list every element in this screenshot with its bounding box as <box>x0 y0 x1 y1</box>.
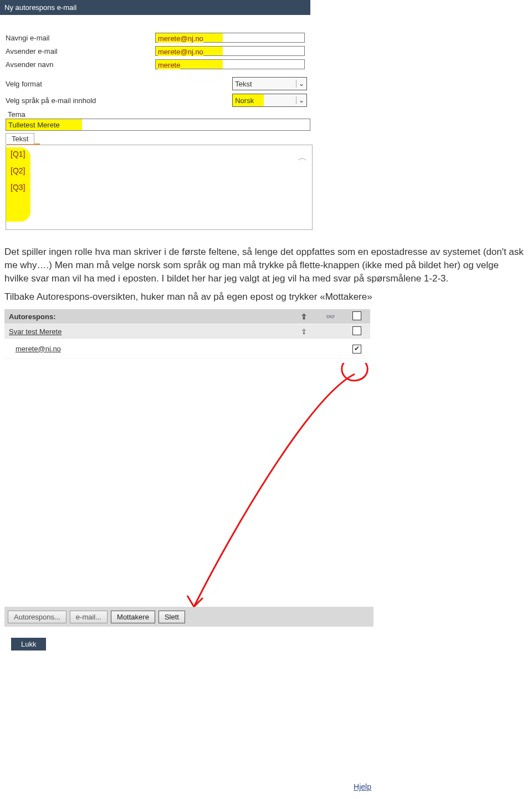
row-email-link[interactable]: merete@nj.no <box>16 345 61 353</box>
format-label: Velg format <box>6 80 149 88</box>
q2-token: [Q2] <box>9 166 26 175</box>
format-select[interactable]: Tekst ⌄ <box>232 77 307 90</box>
paragraph-1: Det spiller ingen rolle hva man skriver … <box>0 235 530 290</box>
hjelp-link[interactable]: Hjelp <box>354 782 371 791</box>
row-checkbox-1[interactable] <box>344 326 370 337</box>
tema-label: Tema <box>6 110 307 119</box>
sprak-value: Norsk <box>235 96 254 105</box>
chevron-down-icon: ⌄ <box>296 80 304 88</box>
avsender-navn-label: Avsender navn <box>6 60 155 69</box>
scroll-up-icon[interactable]: ︿ <box>298 151 308 164</box>
navngi-email-label: Navngi e-mail <box>6 34 155 42</box>
list-row: Svar test Merete ⇪ <box>4 324 370 339</box>
list-header-title: Autorespons: <box>4 313 290 321</box>
tema-input[interactable]: Tulletest Merete <box>6 119 310 131</box>
tab-tekst[interactable]: Tekst <box>6 133 34 144</box>
navngi-email-value: merete@nj.no <box>158 34 203 43</box>
autorespons-list: Autorespons: ⇪ 👓 Svar test Merete ⇪ mere… <box>0 309 375 358</box>
col-icon-2: 👓 <box>317 313 344 321</box>
avsender-navn-value: merete <box>158 61 180 69</box>
row-checkbox-2[interactable]: ✔ <box>344 344 370 354</box>
col-icon-1: ⇪ <box>290 313 317 321</box>
format-value: Tekst <box>235 80 252 88</box>
list-row: merete@nj.no ✔ <box>4 339 370 358</box>
chevron-down-icon: ⌄ <box>296 96 304 104</box>
navngi-email-input[interactable]: merete@nj.no <box>155 33 305 43</box>
row-icon-1: ⇪ <box>290 327 317 336</box>
row-svar-link[interactable]: Svar test Merete <box>9 327 62 336</box>
avsender-email-label: Avsender e-mail <box>6 47 155 55</box>
sprak-select[interactable]: Norsk ⌄ <box>232 94 307 107</box>
avsender-email-input[interactable]: merete@nj.no <box>155 46 305 56</box>
sprak-label: Velg språk på e-mail innhold <box>6 96 149 105</box>
button-bar: Autorespons... e-mail... Mottakere Slett <box>4 607 374 627</box>
q3-token: [Q3] <box>9 183 26 192</box>
autorespons-button[interactable]: Autorespons... <box>8 611 66 623</box>
mottakere-button[interactable]: Mottakere <box>111 611 155 623</box>
slett-button[interactable]: Slett <box>158 611 185 623</box>
avsender-navn-input[interactable]: merete <box>155 59 305 69</box>
tema-value: Tulletest Merete <box>8 121 60 129</box>
editor-textarea[interactable]: ︿ [Q1] [Q2] [Q3] <box>6 145 313 230</box>
lukk-button[interactable]: Lukk <box>11 638 46 651</box>
window-title: Ny autorespons e-mail <box>0 0 310 15</box>
paragraph-2: Tilbake Autorespons-oversikten, huker ma… <box>0 290 530 309</box>
email-button[interactable]: e-mail... <box>70 611 108 623</box>
col-checkbox-header[interactable] <box>344 311 370 322</box>
list-header-row: Autorespons: ⇪ 👓 <box>4 309 370 324</box>
autoresponse-form: Navngi e-mail merete@nj.no Avsender e-ma… <box>0 15 313 235</box>
avsender-email-value: merete@nj.no <box>158 48 203 56</box>
q1-token: [Q1] <box>9 150 26 158</box>
